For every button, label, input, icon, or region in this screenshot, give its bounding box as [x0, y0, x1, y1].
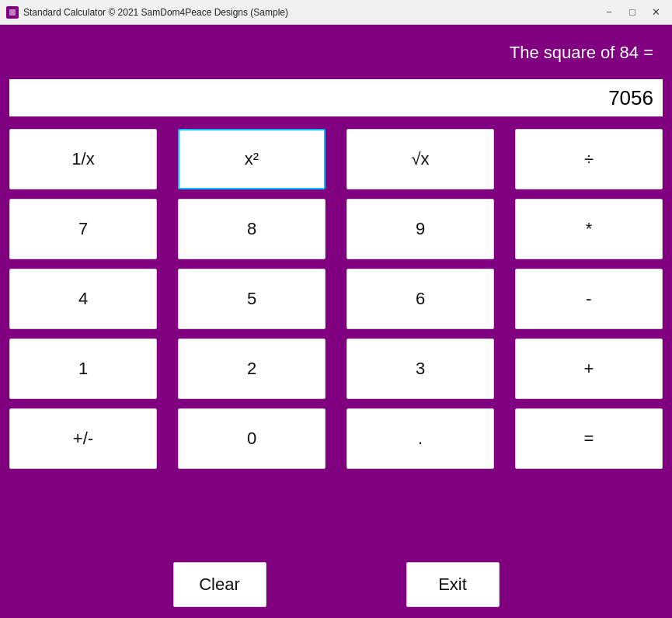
buttons-area: 1/x x² √x ÷ 7 8 9 * 4 5 6 - 1 2 3 + +/- …	[9, 129, 663, 553]
button-row-2: 7 8 9 *	[9, 199, 663, 259]
btn-square[interactable]: x²	[178, 129, 326, 189]
close-button[interactable]: ✕	[646, 5, 666, 20]
btn-add[interactable]: +	[515, 339, 663, 399]
window-title: Standard Calculator © 2021 SamDom4Peace …	[23, 7, 288, 18]
bottom-row: Clear Exit	[9, 562, 663, 607]
button-row-5: +/- 0 . =	[9, 408, 663, 469]
title-bar: Standard Calculator © 2021 SamDom4Peace …	[0, 0, 672, 25]
button-row-4: 1 2 3 +	[9, 339, 663, 399]
btn-plusminus[interactable]: +/-	[9, 408, 157, 469]
btn-two[interactable]: 2	[178, 339, 326, 399]
btn-clear[interactable]: Clear	[173, 562, 266, 607]
btn-six[interactable]: 6	[346, 269, 494, 329]
app-icon	[6, 6, 19, 19]
btn-decimal[interactable]: .	[346, 408, 494, 469]
display-label: The square of 84 =	[9, 33, 663, 73]
display-value: 7056	[9, 79, 663, 116]
button-row-1: 1/x x² √x ÷	[9, 129, 663, 189]
btn-five[interactable]: 5	[178, 269, 326, 329]
btn-multiply[interactable]: *	[515, 199, 663, 259]
btn-four[interactable]: 4	[9, 269, 157, 329]
btn-equals[interactable]: =	[515, 408, 663, 469]
btn-subtract[interactable]: -	[515, 269, 663, 329]
calculator-body: The square of 84 = 7056 1/x x² √x ÷ 7 8 …	[0, 25, 672, 618]
btn-one[interactable]: 1	[9, 339, 157, 399]
btn-sqrt[interactable]: √x	[346, 129, 494, 189]
btn-zero[interactable]: 0	[178, 408, 326, 469]
button-row-3: 4 5 6 -	[9, 269, 663, 329]
btn-exit[interactable]: Exit	[406, 562, 500, 607]
btn-divide[interactable]: ÷	[515, 129, 663, 189]
maximize-button[interactable]: □	[622, 5, 642, 20]
btn-eight[interactable]: 8	[178, 199, 326, 259]
svg-rect-1	[9, 9, 16, 16]
btn-three[interactable]: 3	[346, 339, 494, 399]
btn-nine[interactable]: 9	[346, 199, 494, 259]
btn-reciprocal[interactable]: 1/x	[9, 129, 157, 189]
btn-seven[interactable]: 7	[9, 199, 157, 259]
window-controls: − □ ✕	[599, 5, 666, 20]
minimize-button[interactable]: −	[599, 5, 619, 20]
